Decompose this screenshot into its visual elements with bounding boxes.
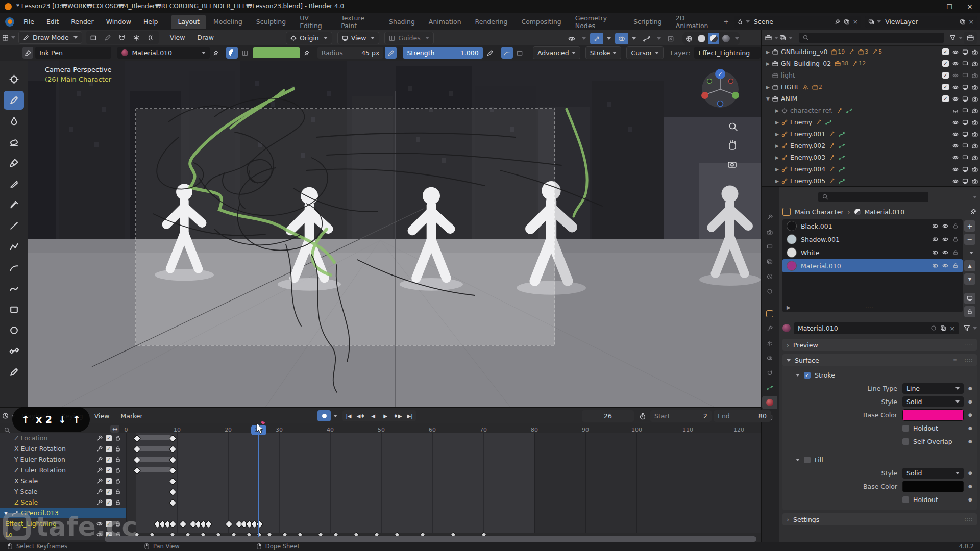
checkbox-icon[interactable]: ✓ xyxy=(942,95,949,102)
tool-arc[interactable] xyxy=(4,258,24,277)
animate-dot[interactable]: ● xyxy=(964,386,977,391)
eye-icon[interactable] xyxy=(952,155,959,161)
slot-specials-button[interactable] xyxy=(964,247,975,258)
checkbox-icon[interactable]: ✓ xyxy=(106,478,112,484)
collection-icon[interactable] xyxy=(772,96,778,102)
tab-uv-editing[interactable]: UV Editing xyxy=(293,15,334,29)
eye-icon[interactable] xyxy=(952,61,959,67)
stroke-self-overlap-checkbox[interactable]: ✓ xyxy=(902,438,909,445)
object-data-icon[interactable] xyxy=(767,385,773,391)
tab-texture-paint[interactable]: Texture Paint xyxy=(334,15,382,29)
monitor-icon[interactable] xyxy=(962,84,968,90)
scene-selector[interactable]: Scene × xyxy=(734,16,861,28)
shading-solid-icon[interactable] xyxy=(696,33,707,44)
monitor-icon[interactable] xyxy=(962,166,968,172)
shading-wireframe-icon[interactable] xyxy=(683,33,695,44)
polyline-tool-icon[interactable] xyxy=(9,242,19,252)
viewport-visibility-icon[interactable] xyxy=(942,236,948,242)
material-slot-black-001[interactable]: Black.001 xyxy=(782,219,963,233)
tool-tweak[interactable] xyxy=(4,70,24,89)
channel-z-scale[interactable]: Z Scale✓ xyxy=(0,497,126,508)
slot-move-down-button[interactable]: ▼ xyxy=(964,273,975,285)
overlays-toggle-icon[interactable] xyxy=(615,33,628,44)
properties-tab-particles[interactable] xyxy=(762,337,777,350)
expand-arrow[interactable]: ▶ xyxy=(775,167,781,172)
armature-icon[interactable] xyxy=(781,178,788,184)
frame-start-field[interactable]: Start2 xyxy=(650,410,712,422)
expand-arrow[interactable]: ▶ xyxy=(775,132,781,137)
expand-channels-icon[interactable]: ↔ xyxy=(110,425,119,433)
outliner-filter-icon[interactable] xyxy=(949,32,963,44)
animate-dot[interactable]: ● xyxy=(964,470,977,475)
line-tool-icon[interactable] xyxy=(9,221,19,231)
tab-scripting[interactable]: Scripting xyxy=(627,15,669,29)
properties-options-chevron[interactable] xyxy=(973,196,977,198)
mouse-right-icon[interactable] xyxy=(256,543,262,550)
outliner-row-enemy-005[interactable]: ▶Enemy.005 xyxy=(762,175,980,187)
outliner-row-gnbuilding_v0[interactable]: ▶GNBuilding_v01935✓ xyxy=(762,46,980,58)
eye-icon[interactable] xyxy=(952,96,959,102)
fill-holdout-checkbox[interactable]: ✓ xyxy=(902,496,909,503)
tab-modeling[interactable]: Modeling xyxy=(207,15,249,29)
expand-arrow[interactable]: ▶ xyxy=(775,179,781,184)
keyframe[interactable] xyxy=(179,520,187,528)
animate-dot[interactable]: ● xyxy=(964,497,977,502)
stroke-line-type-select[interactable]: Line xyxy=(902,383,964,394)
stroke-checkbox[interactable]: ✓ xyxy=(804,372,811,379)
empty-icon[interactable] xyxy=(781,108,788,114)
tool-circle[interactable] xyxy=(4,321,24,340)
fill-tool-icon[interactable] xyxy=(9,116,19,126)
action-icon[interactable] xyxy=(829,166,835,172)
section-preview[interactable]: ›Preview:::: xyxy=(782,339,977,351)
tab-sculpting[interactable]: Sculpting xyxy=(250,15,292,29)
modifiers-icon[interactable] xyxy=(767,325,773,332)
collection-icon[interactable] xyxy=(772,61,778,67)
breadcrumb-object[interactable]: Main Character xyxy=(795,208,844,216)
constraints-icon[interactable] xyxy=(767,370,773,376)
monitor-icon[interactable] xyxy=(962,108,968,114)
wrench-icon[interactable] xyxy=(96,435,103,441)
timeline-menu-marker[interactable]: Marker xyxy=(115,412,148,420)
properties-tab-object-data[interactable] xyxy=(762,381,777,394)
new-view-layer-icon[interactable] xyxy=(960,19,966,25)
menu-file[interactable]: File xyxy=(17,15,40,29)
checkbox-icon[interactable]: ✓ xyxy=(942,48,949,55)
camera-icon[interactable] xyxy=(972,108,978,114)
collection-icon[interactable] xyxy=(852,61,858,67)
checkbox-icon[interactable]: ✓ xyxy=(106,446,112,452)
armature-icon[interactable] xyxy=(781,143,788,149)
gp-icon[interactable] xyxy=(839,155,845,161)
xray-toggle-icon[interactable] xyxy=(664,33,677,44)
editor-type-button[interactable] xyxy=(2,32,15,43)
render-icon[interactable] xyxy=(767,229,773,235)
prev-keyframe-button[interactable]: ◀♦ xyxy=(355,410,367,421)
wrench-icon[interactable] xyxy=(96,467,103,473)
collection-icon[interactable] xyxy=(772,84,778,90)
world-icon[interactable] xyxy=(767,288,773,294)
unlink-scene-icon[interactable]: × xyxy=(853,18,858,26)
mouse-left-icon[interactable] xyxy=(7,543,13,550)
eye-icon[interactable] xyxy=(952,178,959,184)
camera-icon[interactable] xyxy=(972,72,978,79)
material-mode-icon[interactable] xyxy=(226,47,238,59)
expand-arrow[interactable]: ▶ xyxy=(775,120,781,125)
frame-end-field[interactable]: End80 xyxy=(714,410,771,422)
properties-tab-world[interactable] xyxy=(762,285,777,298)
blender-menu-icon[interactable] xyxy=(5,17,14,27)
tool-fill[interactable] xyxy=(4,112,24,131)
expand-arrow[interactable]: ▶ xyxy=(766,49,772,55)
action-icon[interactable] xyxy=(816,119,822,126)
properties-pin-icon[interactable] xyxy=(970,208,977,215)
eye-icon[interactable] xyxy=(952,166,959,172)
channel-y-euler-rotation[interactable]: Y Euler Rotation✓ xyxy=(0,454,126,465)
fill-toggle-icon[interactable] xyxy=(514,47,526,59)
keyframe[interactable] xyxy=(168,520,177,528)
collection-icon[interactable] xyxy=(772,49,778,55)
keyframe-area[interactable] xyxy=(126,433,761,533)
outliner-row-enemy-003[interactable]: ▶Enemy.003 xyxy=(762,152,980,163)
outliner-editor-type-button[interactable] xyxy=(765,32,778,44)
checkbox-icon[interactable]: ✓ xyxy=(106,467,112,473)
auto-keying-button[interactable] xyxy=(317,410,331,421)
expand-arrow[interactable]: ▼ xyxy=(766,96,772,102)
tool-tint[interactable] xyxy=(4,154,24,172)
